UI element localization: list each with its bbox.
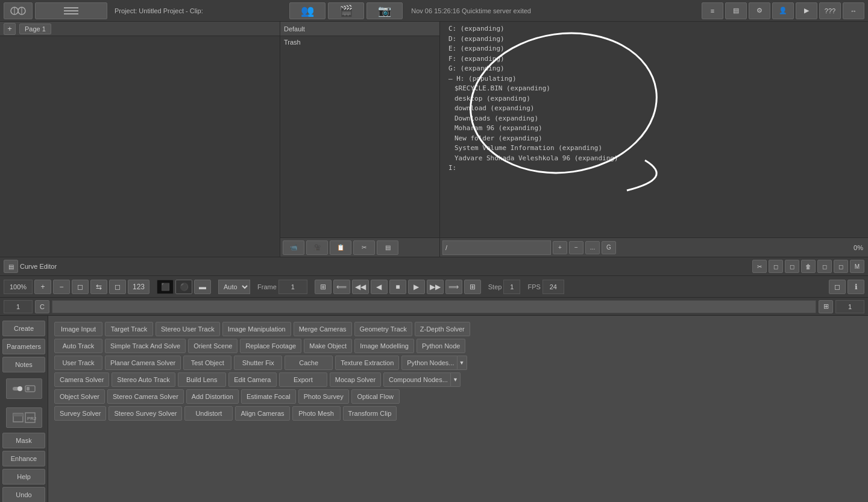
file-tree-item[interactable]: Moharam 96 (expanding) <box>442 124 866 134</box>
user-icon-btn[interactable]: 👤 <box>772 2 794 19</box>
auto-select[interactable]: Auto <box>218 280 250 294</box>
next-frame-btn[interactable]: ▶▶ <box>427 280 444 294</box>
box2-btn[interactable]: ◻ <box>785 260 799 273</box>
image-input-btn[interactable]: Image Input <box>54 322 102 336</box>
planar-camera-solver-btn[interactable]: Planar Camera Solver <box>105 356 181 370</box>
timeline-start-input[interactable] <box>4 300 33 313</box>
num123-btn[interactable]: 123 <box>128 280 149 294</box>
path-input[interactable] <box>442 240 551 255</box>
file-tree-item[interactable]: Yadvare Shohada Veleshkola 96 (expanding… <box>442 154 866 164</box>
mask-btn[interactable]: Mask <box>2 433 45 448</box>
view-btn[interactable]: ◻ <box>109 280 126 294</box>
build-lens-btn[interactable]: Build Lens <box>178 372 226 387</box>
goto-start-btn[interactable]: ⟸ <box>333 280 350 294</box>
orient-scene-btn[interactable]: Orient Scene <box>188 339 237 353</box>
play-icon-btn[interactable]: ▶ <box>796 2 817 19</box>
timeline-end-input[interactable] <box>835 300 864 313</box>
stereo-survey-solver-btn[interactable]: Stereo Survey Solver <box>108 406 182 421</box>
compound-nodes-btn[interactable]: Compound Nodes... <box>383 372 451 387</box>
gear-icon-btn[interactable]: ⚙ <box>749 2 770 19</box>
auto-track-btn[interactable]: Auto Track <box>54 339 102 353</box>
expand-icon-btn[interactable]: ↔ <box>843 2 864 19</box>
create-btn[interactable]: Create <box>2 321 45 336</box>
unlink-btn[interactable]: ◻ <box>834 260 848 273</box>
file-tree-item[interactable]: D: (expanding) <box>442 34 866 45</box>
estimate-focal-btn[interactable]: Estimate Focal <box>241 389 296 404</box>
info-btn[interactable]: ℹ <box>848 280 864 294</box>
zoom-plus-btn[interactable]: + <box>34 280 51 294</box>
python-node-btn[interactable]: Python Node <box>417 339 466 353</box>
camera-solver-btn[interactable]: Camera Solver <box>54 372 109 387</box>
path-more-btn[interactable]: ... <box>585 241 600 254</box>
replace-footage-btn[interactable]: Replace Footage <box>240 339 301 353</box>
help-btn[interactable]: Help <box>2 469 45 485</box>
tree-item-trash[interactable]: Trash <box>281 37 438 47</box>
photo-mesh-btn[interactable]: Photo Mesh <box>292 406 341 421</box>
stereo-auto-track-btn[interactable]: Stereo Auto Track <box>112 372 175 387</box>
box1-btn[interactable]: ◻ <box>769 260 783 273</box>
cut-tool-btn[interactable]: ✂ <box>752 260 767 273</box>
file-tree-item[interactable]: $RECYCLE.BIN (expanding) <box>442 84 866 94</box>
file-tree-item[interactable]: Downloads (expanding) <box>442 114 866 124</box>
step-back-btn[interactable]: ◀◀ <box>352 280 369 294</box>
goto-end-btn[interactable]: ⟹ <box>445 280 462 294</box>
align-cameras-btn[interactable]: Align Cameras <box>235 406 289 421</box>
make-object-btn[interactable]: Make Object <box>304 339 352 353</box>
m-btn[interactable]: M <box>850 260 864 273</box>
add-distortion-btn[interactable]: Add Distortion <box>186 389 239 404</box>
python-nodes-btn[interactable]: Python Nodes... <box>401 356 457 370</box>
timeline-btn[interactable]: ▤ <box>377 240 398 255</box>
file-tree-item[interactable]: E: (expanding) <box>442 44 866 54</box>
undistort-btn[interactable]: Undistort <box>184 406 233 421</box>
parameters-btn[interactable]: Parameters <box>2 339 45 354</box>
add-cam-btn[interactable]: 🎥 <box>306 240 328 255</box>
undo-btn[interactable]: Undo <box>2 487 45 502</box>
link-btn[interactable]: ◻ <box>817 260 832 273</box>
transform-clip-btn[interactable]: Transform Clip <box>343 406 397 421</box>
path-g-btn[interactable]: G <box>602 241 616 254</box>
zoom-minus-btn[interactable]: − <box>53 280 70 294</box>
file-tree-item[interactable]: New folder (expanding) <box>442 134 866 144</box>
timeline-track[interactable] <box>52 300 816 313</box>
play-btn[interactable]: ▶ <box>408 280 425 294</box>
fit-btn[interactable]: ◻ <box>72 280 89 294</box>
edit-camera-btn[interactable]: Edit Camera <box>228 372 277 387</box>
proj-icon-btn[interactable]: PRJ <box>6 407 42 428</box>
enhance-btn[interactable]: Enhance <box>2 451 45 466</box>
toggle-icon-btn[interactable] <box>6 378 42 399</box>
stereo-camera-solver-btn[interactable]: Stereo Camera Solver <box>107 389 184 404</box>
view-source-btn[interactable]: ⊞ <box>315 280 332 294</box>
object-solver-btn[interactable]: Object Solver <box>54 389 105 404</box>
file-tree-item[interactable]: System Volume Information (expanding) <box>442 143 866 154</box>
file-tree-item[interactable]: — H: (populating) <box>442 74 866 84</box>
delete-btn[interactable]: 🗑 <box>801 260 816 273</box>
path-add-btn[interactable]: + <box>553 241 567 254</box>
z-depth-solver-btn[interactable]: Z-Depth Solver <box>415 322 470 336</box>
panel-toggle-btn[interactable]: ▤ <box>4 260 18 273</box>
file-tree-item[interactable]: desktop (expanding) <box>442 94 866 104</box>
shutter-fix-btn[interactable]: Shutter Fix <box>234 356 282 370</box>
simple-track-solve-btn[interactable]: Simple Track And Solve <box>105 339 186 353</box>
texture-extraction-btn[interactable]: Texture Extraction <box>335 356 399 370</box>
file-tree-item[interactable]: G: (expanding) <box>442 64 866 74</box>
clip-btn[interactable]: 🎬 <box>328 2 364 19</box>
cache-btn[interactable]: Cache <box>285 356 333 370</box>
clip-props-btn[interactable]: 📋 <box>330 240 351 255</box>
add-page-btn[interactable]: + <box>4 23 16 35</box>
mocap-solver-btn[interactable]: Mocap Solver <box>330 372 381 387</box>
prev-frame-btn[interactable]: ◀ <box>371 280 388 294</box>
stop-btn[interactable]: ■ <box>389 280 406 294</box>
timeline-end-btn[interactable]: ⊞ <box>819 300 833 313</box>
color-mid-btn[interactable]: ▬ <box>194 280 211 294</box>
file-tree-item[interactable]: C: (expanding) <box>442 24 866 34</box>
help-icon-btn[interactable]: ??? <box>819 2 841 19</box>
users-btn[interactable]: 👥 <box>289 2 326 19</box>
color-black-btn[interactable]: ⬛ <box>157 280 174 294</box>
image-modelling-btn[interactable]: Image Modelling <box>354 339 414 353</box>
cut-btn[interactable]: ✂ <box>353 240 375 255</box>
test-object-btn[interactable]: Test Object <box>183 356 231 370</box>
add-clip-btn[interactable]: 📹 <box>283 240 304 255</box>
survey-solver-btn[interactable]: Survey Solver <box>54 406 106 421</box>
swap-btn[interactable]: ⇆ <box>90 280 107 294</box>
stereo-user-track-btn[interactable]: Stereo User Track <box>156 322 220 336</box>
